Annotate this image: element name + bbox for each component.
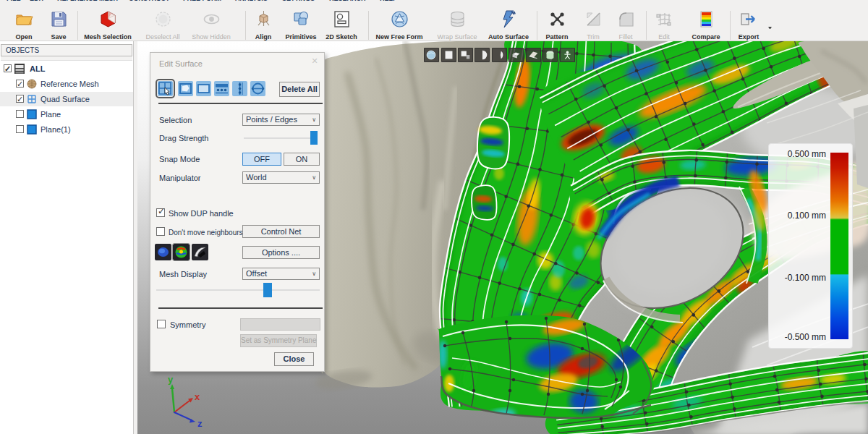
svg-text:x: x <box>195 391 200 402</box>
svg-text:z: z <box>197 418 203 427</box>
svg-text:y: y <box>168 374 174 385</box>
